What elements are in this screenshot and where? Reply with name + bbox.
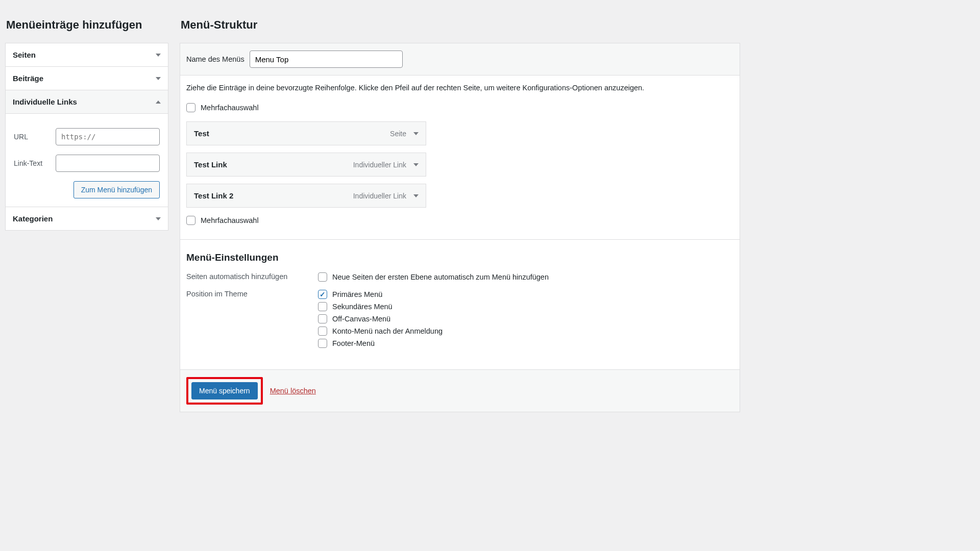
chevron-down-icon [156, 217, 161, 220]
menu-item-type: Seite [390, 130, 406, 138]
linktext-label: Link-Text [14, 159, 56, 167]
location-checkbox-primary[interactable] [318, 290, 327, 299]
linktext-input[interactable] [56, 155, 160, 172]
auto-add-label: Seiten automatisch hinzufügen [186, 272, 318, 285]
location-label: Primäres Menü [332, 290, 382, 298]
bulk-select-checkbox-bottom[interactable] [186, 216, 195, 225]
accordion-categories-label: Kategorien [13, 214, 53, 223]
bulk-select-label: Mehrfachauswahl [201, 216, 259, 224]
bulk-select-label: Mehrfachauswahl [201, 104, 259, 112]
menu-name-input[interactable] [250, 51, 403, 68]
menu-item-type: Individueller Link [353, 161, 406, 169]
location-label: Sekundäres Menü [332, 303, 393, 311]
menu-item[interactable]: Test Seite [186, 121, 426, 145]
menu-item-title: Test [194, 129, 209, 138]
url-input[interactable] [56, 128, 160, 145]
accordion-posts-label: Beiträge [13, 74, 43, 83]
menu-panel: Name des Menüs Ziehe die Einträge in dei… [180, 43, 740, 412]
delete-menu-link[interactable]: Menü löschen [270, 387, 316, 395]
add-to-menu-button[interactable]: Zum Menü hinzufügen [74, 181, 160, 198]
auto-add-option-label: Neue Seiten der ersten Ebene automatisch… [332, 273, 549, 281]
menu-item-title: Test Link 2 [194, 191, 233, 200]
menu-settings-heading: Menü-Einstellungen [186, 252, 733, 263]
add-items-heading: Menüeinträge hinzufügen [6, 18, 168, 32]
chevron-up-icon [156, 101, 161, 104]
location-label: Off-Canvas-Menü [332, 315, 390, 323]
menu-item-title: Test Link [194, 160, 227, 169]
location-label: Footer-Menü [332, 339, 375, 347]
location-checkbox-footer[interactable] [318, 339, 327, 348]
custom-links-body: URL Link-Text Zum Menü hinzufügen [6, 114, 168, 207]
location-checkbox-offcanvas[interactable] [318, 314, 327, 323]
save-menu-button[interactable]: Menü speichern [191, 382, 258, 399]
structure-heading: Menü-Struktur [181, 18, 740, 32]
location-checkbox-secondary[interactable] [318, 302, 327, 311]
accordion-pages-label: Seiten [13, 51, 36, 59]
menu-name-label: Name des Menüs [186, 55, 244, 63]
chevron-down-icon[interactable] [413, 194, 419, 197]
menu-item[interactable]: Test Link Individueller Link [186, 153, 426, 177]
save-highlight: Menü speichern [186, 377, 263, 405]
accordion-categories[interactable]: Kategorien [6, 207, 168, 230]
location-label: Konto-Menü nach der Anmeldung [332, 327, 443, 335]
chevron-down-icon [156, 77, 161, 80]
accordion-custom-links[interactable]: Individuelle Links [6, 90, 168, 114]
menu-item[interactable]: Test Link 2 Individueller Link [186, 184, 426, 208]
theme-location-label: Position im Theme [186, 290, 318, 351]
auto-add-checkbox[interactable] [318, 272, 327, 282]
menu-item-type: Individueller Link [353, 192, 406, 200]
chevron-down-icon[interactable] [413, 132, 419, 135]
separator [180, 239, 740, 240]
accordion-posts[interactable]: Beiträge [6, 67, 168, 90]
url-label: URL [14, 133, 56, 141]
bulk-select-checkbox-top[interactable] [186, 103, 195, 112]
accordion-pages[interactable]: Seiten [6, 43, 168, 67]
chevron-down-icon [156, 54, 161, 57]
add-items-accordion: Seiten Beiträge Individuelle Links URL L… [5, 43, 168, 231]
chevron-down-icon[interactable] [413, 163, 419, 166]
location-checkbox-account[interactable] [318, 327, 327, 336]
drag-instructions: Ziehe die Einträge in deine bevorzugte R… [186, 84, 733, 92]
accordion-custom-links-label: Individuelle Links [13, 97, 77, 106]
